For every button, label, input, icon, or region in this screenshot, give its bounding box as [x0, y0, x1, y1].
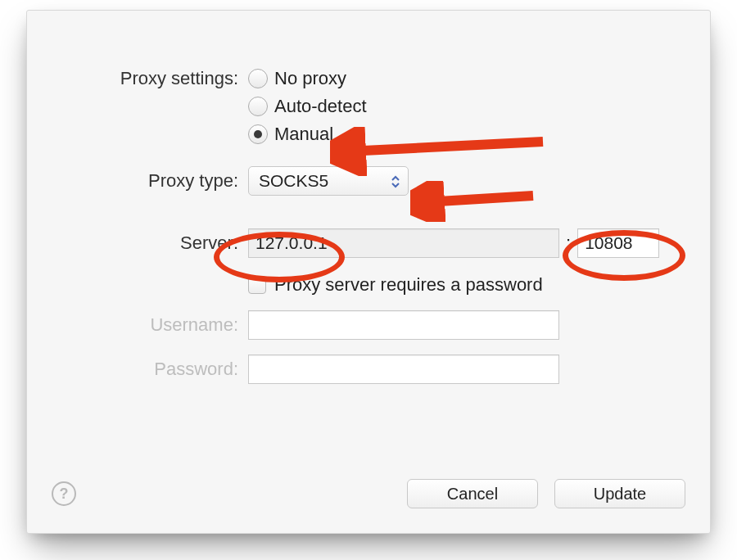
password-input[interactable] — [248, 355, 559, 384]
update-button[interactable]: Update — [554, 479, 685, 508]
proxy-type-label: Proxy type: — [52, 170, 248, 192]
radio-icon — [248, 69, 268, 88]
proxy-dialog: Proxy settings: No proxy Auto-detect Man… — [26, 10, 711, 534]
proxy-settings-radio-group: No proxy Auto-detect Manual — [248, 68, 367, 145]
dialog-footer: ? Cancel Update — [52, 479, 685, 508]
password-required-label: Proxy server requires a password — [274, 274, 543, 296]
proxy-type-select[interactable]: SOCKS5 — [248, 166, 409, 196]
help-icon[interactable]: ? — [52, 481, 76, 506]
radio-icon — [248, 97, 268, 116]
proxy-type-value: SOCKS5 — [259, 171, 328, 191]
username-label: Username: — [52, 314, 248, 336]
radio-label-auto-detect: Auto-detect — [274, 96, 367, 117]
chevron-up-down-icon — [390, 174, 401, 188]
radio-label-manual: Manual — [274, 124, 333, 145]
radio-option-no-proxy[interactable]: No proxy — [248, 68, 367, 89]
proxy-settings-label: Proxy settings: — [52, 68, 248, 89]
server-host-input[interactable] — [248, 228, 559, 258]
radio-label-no-proxy: No proxy — [274, 68, 346, 89]
radio-option-manual[interactable]: Manual — [248, 124, 367, 145]
password-label: Password: — [52, 359, 248, 380]
checkbox-icon — [248, 276, 266, 294]
radio-option-auto-detect[interactable]: Auto-detect — [248, 96, 367, 117]
server-label: Server: — [52, 233, 248, 254]
server-port-input[interactable] — [577, 228, 659, 258]
radio-icon — [248, 124, 268, 144]
cancel-button[interactable]: Cancel — [407, 479, 538, 508]
server-port-separator: : — [566, 233, 571, 254]
username-input[interactable] — [248, 310, 559, 340]
svg-line-1 — [425, 196, 533, 202]
password-required-checkbox-row[interactable]: Proxy server requires a password — [248, 274, 685, 296]
